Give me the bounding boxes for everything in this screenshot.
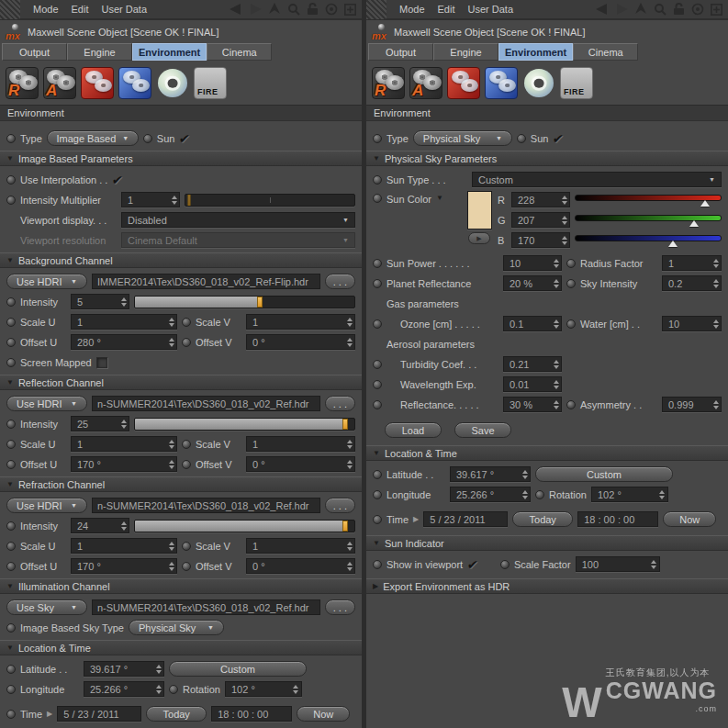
type-dropdown[interactable]: Physical Sky▼: [413, 130, 512, 146]
render-a-icon[interactable]: A: [43, 67, 76, 99]
fire-render-icon[interactable]: FIRE: [560, 67, 593, 99]
intensity-knob[interactable]: [6, 521, 16, 531]
background-scale-v-field[interactable]: 1: [246, 314, 355, 330]
add-box-icon[interactable]: [711, 4, 722, 16]
green-value-field[interactable]: 207: [511, 212, 570, 228]
asymmetry-field[interactable]: 0.999: [662, 397, 722, 412]
section-sun-indicator[interactable]: ▼ Sun Indicator: [366, 535, 728, 551]
sun-power-field[interactable]: 10: [503, 255, 562, 271]
offset-u-knob[interactable]: [6, 460, 16, 469]
tab-environment[interactable]: Environment: [132, 43, 207, 61]
color-picker-button[interactable]: ▶: [468, 232, 490, 244]
background-path-field[interactable]: IMMER2014\Tex\DS360_018_v02_Ref-Flip.hdr: [92, 274, 320, 289]
sun-knob[interactable]: [517, 134, 526, 143]
target-icon[interactable]: [325, 3, 338, 16]
reflection-path-field[interactable]: n-SUMMER2014\Tex\DS360_018_v02_Ref.hdr: [92, 396, 320, 411]
reflection-offset-u-field[interactable]: 170 °: [71, 456, 177, 472]
tab-cinema[interactable]: Cinema: [207, 43, 272, 61]
refraction-intensity-slider[interactable]: [134, 520, 355, 532]
intensity-multiplier-field[interactable]: 1: [121, 192, 180, 207]
refraction-path-field[interactable]: n-SUMMER2014\Tex\DS360_018_v02_Ref.hdr: [92, 498, 320, 513]
spinner[interactable]: [552, 277, 560, 289]
offset-v-knob[interactable]: [182, 562, 191, 571]
radius-factor-knob[interactable]: [566, 259, 576, 268]
rotation-field[interactable]: 102 °: [591, 487, 668, 502]
latitude-knob[interactable]: [373, 470, 382, 479]
offset-u-knob[interactable]: [6, 562, 16, 571]
reflection-scale-u-field[interactable]: 1: [71, 436, 177, 452]
spinner[interactable]: [154, 683, 162, 695]
spinner[interactable]: [552, 378, 560, 390]
spinner[interactable]: [345, 336, 353, 348]
forward-arrow-icon[interactable]: [615, 4, 629, 16]
up-arrow-icon[interactable]: [269, 3, 281, 16]
planet-reflectance-knob[interactable]: [373, 279, 382, 288]
rotation-knob[interactable]: [169, 685, 178, 694]
intensity-multiplier-knob[interactable]: [6, 196, 16, 205]
latitude-field[interactable]: 39.617 °: [450, 466, 531, 482]
rotation-knob[interactable]: [535, 490, 544, 499]
spinner[interactable]: [560, 214, 568, 226]
time-knob[interactable]: [373, 515, 382, 524]
section-physical-sky-parameters[interactable]: ▼ Physical Sky Parameters: [366, 151, 728, 166]
intensity-multiplier-slider[interactable]: [185, 194, 355, 207]
sun-power-knob[interactable]: [373, 259, 382, 268]
turbidity-knob[interactable]: [373, 360, 382, 369]
use-interpolation-checkbox[interactable]: ✔: [112, 174, 124, 185]
viewport-display-dropdown[interactable]: Disabled▼: [121, 212, 355, 228]
scale-v-knob[interactable]: [182, 440, 191, 449]
now-button[interactable]: Now: [663, 511, 716, 527]
tab-output[interactable]: Output: [2, 43, 67, 61]
illumination-browse-button[interactable]: . . .: [325, 599, 355, 615]
tab-environment[interactable]: Environment: [498, 43, 573, 61]
spinner[interactable]: [345, 560, 353, 572]
asymmetry-knob[interactable]: [566, 400, 576, 409]
search-icon[interactable]: [654, 3, 666, 16]
spinner[interactable]: [292, 683, 300, 695]
fire-render-icon[interactable]: FIRE: [194, 67, 227, 99]
time-knob[interactable]: [6, 710, 16, 719]
refraction-scale-v-field[interactable]: 1: [246, 538, 355, 554]
save-button[interactable]: Save: [454, 422, 511, 438]
window-grip[interactable]: [0, 0, 20, 19]
illumination-path-field[interactable]: n-SUMMER2014\Tex\DS360_018_v02_Ref.hdr: [92, 599, 320, 615]
scale-factor-knob[interactable]: [500, 560, 510, 569]
wavelength-knob[interactable]: [373, 380, 382, 389]
screen-mapped-checkbox[interactable]: [96, 357, 107, 368]
lock-icon[interactable]: [673, 3, 685, 16]
blue-material-icon[interactable]: [485, 67, 518, 99]
type-knob[interactable]: [373, 134, 382, 143]
ozone-knob[interactable]: [373, 319, 382, 329]
lock-icon[interactable]: [307, 3, 319, 16]
red-value-field[interactable]: 228: [511, 192, 570, 207]
expand-triangle-icon[interactable]: ▶: [47, 710, 52, 718]
spinner[interactable]: [658, 488, 666, 500]
section-image-based-parameters[interactable]: ▼ Image Based Parameters: [0, 151, 362, 166]
add-box-icon[interactable]: [344, 4, 356, 16]
sun-checkbox[interactable]: ✔: [553, 133, 565, 144]
use-interpolation-knob[interactable]: [6, 175, 16, 185]
render-r-icon[interactable]: R: [372, 67, 405, 99]
scale-u-knob[interactable]: [6, 318, 16, 327]
reflection-offset-v-field[interactable]: 0 °: [246, 456, 355, 472]
longitude-field[interactable]: 25.266 °: [450, 487, 531, 502]
refraction-browse-button[interactable]: . . .: [325, 498, 355, 513]
sun-knob[interactable]: [143, 134, 152, 143]
spinner[interactable]: [552, 398, 560, 410]
tab-cinema[interactable]: Cinema: [573, 43, 638, 61]
section-export-environment-hdr[interactable]: ▶ Export Environment as HDR: [366, 578, 728, 594]
red-gradient-slider[interactable]: [575, 193, 722, 207]
spinner[interactable]: [154, 663, 162, 675]
menu-edit[interactable]: Edit: [438, 4, 455, 15]
show-in-viewport-checkbox[interactable]: ✔: [466, 559, 478, 570]
latitude-knob[interactable]: [6, 665, 16, 674]
section-reflection-channel[interactable]: ▼ Reflection Channel: [0, 375, 362, 390]
spinner[interactable]: [167, 560, 175, 572]
forward-arrow-icon[interactable]: [249, 4, 263, 16]
tab-engine[interactable]: Engine: [67, 43, 132, 61]
red-material-icon[interactable]: [447, 67, 480, 99]
offset-u-knob[interactable]: [6, 338, 16, 347]
spinner[interactable]: [167, 540, 175, 552]
wavelength-field[interactable]: 0.01: [503, 376, 562, 392]
back-arrow-icon[interactable]: [595, 4, 609, 16]
